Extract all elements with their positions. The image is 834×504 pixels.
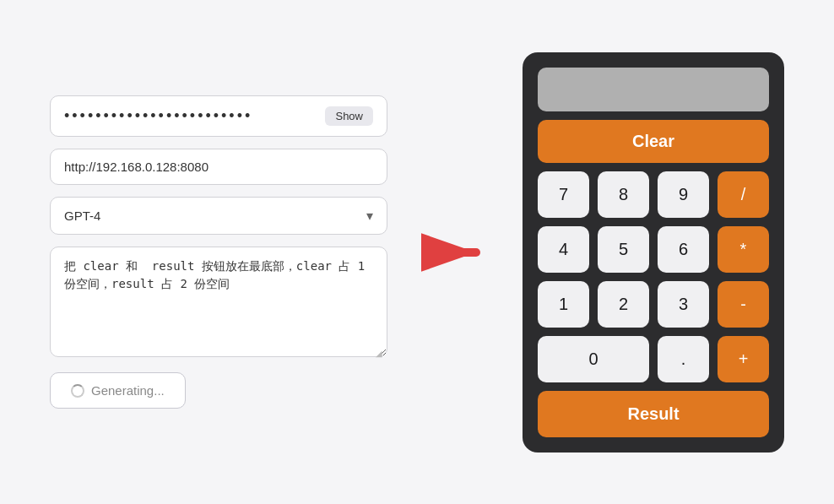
calc-btn-2[interactable]: 2 bbox=[598, 281, 649, 328]
arrow-container bbox=[421, 231, 489, 274]
calc-btn-8[interactable]: 8 bbox=[598, 171, 649, 218]
model-select[interactable]: GPT-4 ▾ bbox=[50, 197, 387, 235]
textarea-wrapper: ◢ bbox=[50, 247, 387, 360]
main-container: •••••••••••••••••••••••• Show http://192… bbox=[0, 0, 834, 504]
url-value: http://192.168.0.128:8080 bbox=[64, 160, 208, 174]
left-panel: •••••••••••••••••••••••• Show http://192… bbox=[50, 95, 387, 409]
calc-clear-button[interactable]: Clear bbox=[538, 120, 769, 163]
spinner-icon bbox=[71, 384, 84, 398]
generate-button[interactable]: Generating... bbox=[50, 372, 186, 409]
arrow-icon bbox=[421, 231, 489, 274]
calc-display bbox=[538, 68, 769, 111]
calc-btn-minus[interactable]: - bbox=[718, 281, 769, 328]
calc-btn-3[interactable]: 3 bbox=[658, 281, 709, 328]
calc-btn-4[interactable]: 4 bbox=[538, 226, 589, 273]
calc-btn-6[interactable]: 6 bbox=[658, 226, 709, 273]
calc-result-button[interactable]: Result bbox=[538, 391, 769, 437]
password-dots: •••••••••••••••••••••••• bbox=[64, 107, 252, 125]
calc-btn-divide[interactable]: / bbox=[718, 171, 769, 218]
calc-btn-9[interactable]: 9 bbox=[658, 171, 709, 218]
generate-button-label: Generating... bbox=[91, 383, 165, 398]
calc-btn-0[interactable]: 0 bbox=[538, 336, 649, 382]
model-value: GPT-4 bbox=[64, 209, 100, 223]
calc-btn-plus[interactable]: + bbox=[718, 336, 769, 382]
url-field[interactable]: http://192.168.0.128:8080 bbox=[50, 149, 387, 185]
calc-btn-1[interactable]: 1 bbox=[538, 281, 589, 328]
calc-button-grid: 7 8 9 / 4 5 6 * 1 2 3 - 0 . + bbox=[538, 171, 769, 382]
calc-btn-dot[interactable]: . bbox=[658, 336, 709, 382]
calc-btn-multiply[interactable]: * bbox=[718, 226, 769, 273]
calculator: Clear 7 8 9 / 4 5 6 * 1 2 3 - 0 . + Resu… bbox=[523, 52, 784, 453]
resize-handle-icon: ◢ bbox=[376, 349, 384, 357]
calc-btn-5[interactable]: 5 bbox=[598, 226, 649, 273]
instruction-textarea[interactable] bbox=[50, 247, 387, 357]
calc-btn-7[interactable]: 7 bbox=[538, 171, 589, 218]
chevron-down-icon: ▾ bbox=[366, 208, 373, 224]
password-field: •••••••••••••••••••••••• Show bbox=[50, 95, 387, 137]
show-password-button[interactable]: Show bbox=[325, 106, 373, 126]
